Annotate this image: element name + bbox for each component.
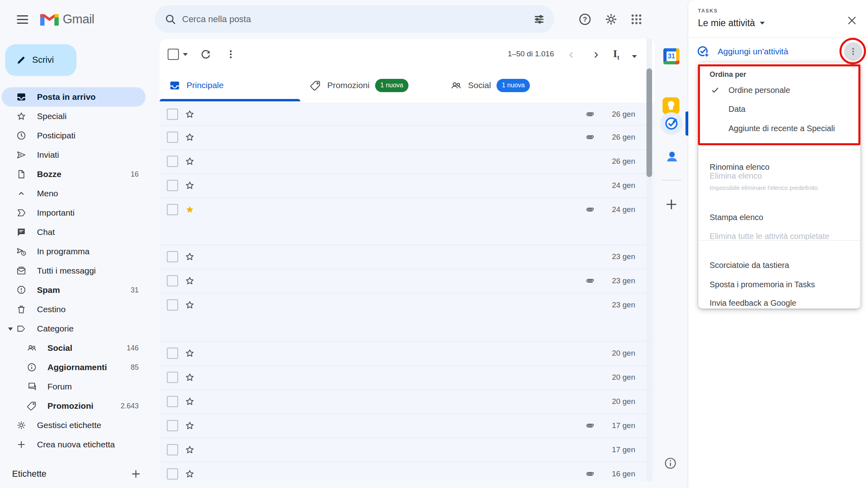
star-icon[interactable] xyxy=(185,109,195,119)
tab-social[interactable]: Social1 nuova xyxy=(441,69,582,101)
email-row[interactable]: 17 gen xyxy=(160,438,655,462)
email-row[interactable]: 23 gen xyxy=(160,245,655,269)
star-icon[interactable] xyxy=(185,180,195,191)
sidebar-item-inbox[interactable]: Posta in arrivo xyxy=(2,87,146,107)
email-row[interactable]: 24 gen xyxy=(160,174,655,198)
sidebar-item-starred[interactable]: Speciali xyxy=(2,107,146,126)
email-row[interactable]: 26 gen xyxy=(160,103,655,126)
star-icon[interactable] xyxy=(185,348,195,358)
email-row[interactable]: 26 gen xyxy=(160,150,655,174)
sidebar-item-categories[interactable]: Categorie xyxy=(2,319,146,338)
keep-icon[interactable] xyxy=(663,97,679,114)
contacts-icon[interactable] xyxy=(664,150,679,164)
select-dropdown-caret-icon[interactable] xyxy=(183,53,188,56)
star-icon[interactable] xyxy=(185,445,195,455)
sort-option-2[interactable]: Data xyxy=(698,99,860,119)
email-checkbox[interactable] xyxy=(167,180,178,191)
email-row[interactable]: 20 gen xyxy=(160,342,655,366)
task-list-selector[interactable]: Le mie attività xyxy=(698,18,765,29)
menu-item-footer-3[interactable]: Invia feedback a Google xyxy=(698,293,860,313)
star-filled-icon[interactable] xyxy=(185,204,195,215)
email-row[interactable]: 23 gen xyxy=(160,293,655,342)
sidebar-item-spam[interactable]: Spam31 xyxy=(2,280,146,300)
menu-item-footer-2[interactable]: Sposta i promemoria in Tasks xyxy=(698,275,860,294)
sidebar-item-important[interactable]: Importanti xyxy=(2,203,146,222)
star-icon[interactable] xyxy=(185,469,195,479)
sidebar-item-cat-social[interactable]: Social146 xyxy=(2,338,146,358)
sidebar-item-cat-promotions[interactable]: Promozioni2.643 xyxy=(2,396,146,416)
email-checkbox[interactable] xyxy=(167,156,178,167)
email-row[interactable]: 20 gen xyxy=(160,390,655,414)
menu-item-print-list[interactable]: Stampa elenco xyxy=(698,208,860,227)
close-panel-icon[interactable] xyxy=(846,14,859,27)
help-icon[interactable]: ? xyxy=(573,7,597,32)
apps-grid-icon[interactable] xyxy=(624,7,649,32)
email-checkbox[interactable] xyxy=(167,275,178,286)
calendar-icon[interactable]: 31 xyxy=(663,48,679,64)
email-checkbox[interactable] xyxy=(167,132,178,143)
email-row[interactable]: 17 gen xyxy=(160,414,655,438)
email-checkbox[interactable] xyxy=(167,204,178,215)
email-row[interactable]: 23 gen xyxy=(160,269,655,293)
main-menu-icon[interactable] xyxy=(14,13,31,26)
sidebar-item-manage-labels[interactable]: Gestisci etichette xyxy=(2,416,146,435)
email-row[interactable]: 26 gen xyxy=(160,126,655,150)
tune-icon[interactable] xyxy=(533,13,545,25)
create-label-plus-icon[interactable] xyxy=(130,468,142,480)
email-row[interactable]: 24 gen xyxy=(160,198,655,245)
sidebar-item-scheduled[interactable]: In programma xyxy=(2,242,146,261)
search-input[interactable]: Cerca nella posta xyxy=(182,14,533,25)
add-task-button[interactable]: Aggiungi un'attività xyxy=(697,45,788,58)
email-checkbox[interactable] xyxy=(167,251,178,262)
menu-item-footer-1[interactable]: Scorciatoie da tastiera xyxy=(698,255,860,275)
input-tools-button[interactable]: It xyxy=(613,48,619,61)
side-panel-info-icon[interactable] xyxy=(664,457,677,470)
email-checkbox[interactable] xyxy=(167,444,178,455)
email-checkbox[interactable] xyxy=(167,299,178,311)
email-row[interactable]: 16 gen xyxy=(160,462,655,481)
star-icon[interactable] xyxy=(185,276,195,286)
sidebar-item-less[interactable]: Meno xyxy=(2,184,146,203)
older-page-chevron-icon[interactable]: › xyxy=(594,46,598,62)
star-icon[interactable] xyxy=(185,420,195,431)
tasks-icon[interactable] xyxy=(665,117,678,130)
sidebar-item-trash[interactable]: Cestino xyxy=(2,300,146,319)
email-checkbox[interactable] xyxy=(167,420,178,431)
sort-option-3[interactable]: Aggiunte di recente a Speciali xyxy=(698,119,860,138)
tab-primary[interactable]: Principale xyxy=(160,69,300,101)
sidebar-item-create-label[interactable]: Crea nuova etichetta xyxy=(2,435,146,454)
collapse-caret-icon[interactable] xyxy=(8,327,13,331)
email-row[interactable]: 20 gen xyxy=(160,366,655,390)
email-checkbox[interactable] xyxy=(167,468,178,480)
select-all-checkbox[interactable] xyxy=(168,49,179,60)
input-tools-caret-icon[interactable] xyxy=(632,55,637,58)
sidebar-item-drafts[interactable]: Bozze16 xyxy=(2,165,146,184)
list-options-menu-icon[interactable] xyxy=(844,42,862,61)
star-icon[interactable] xyxy=(185,396,195,407)
more-options-icon[interactable] xyxy=(225,49,236,60)
search-bar[interactable]: Cerca nella posta xyxy=(155,5,554,33)
compose-button[interactable]: Scrivi xyxy=(5,44,76,76)
email-checkbox[interactable] xyxy=(167,396,178,407)
star-icon[interactable] xyxy=(185,251,195,262)
email-checkbox[interactable] xyxy=(167,348,178,359)
sidebar-item-all-mail[interactable]: Tutti i messaggi xyxy=(2,261,146,280)
search-icon[interactable] xyxy=(164,13,176,25)
refresh-icon[interactable] xyxy=(200,49,211,60)
sidebar-item-snoozed[interactable]: Posticipati xyxy=(2,126,146,145)
email-checkbox[interactable] xyxy=(167,372,178,383)
star-icon[interactable] xyxy=(185,300,195,310)
get-addons-plus-icon[interactable] xyxy=(664,197,679,212)
sidebar-item-cat-forums[interactable]: Forum xyxy=(2,377,146,396)
star-icon[interactable] xyxy=(185,372,195,383)
sidebar-item-chat[interactable]: Chat xyxy=(2,222,146,242)
star-icon[interactable] xyxy=(185,132,195,142)
sidebar-item-cat-updates[interactable]: Aggiornamenti85 xyxy=(2,358,146,377)
email-checkbox[interactable] xyxy=(167,109,178,120)
star-icon[interactable] xyxy=(185,156,195,167)
scrollbar-thumb[interactable] xyxy=(646,68,652,177)
sidebar-item-sent[interactable]: Inviati xyxy=(2,145,146,165)
tab-promotions[interactable]: Promozioni1 nuova xyxy=(300,69,441,101)
newer-page-chevron-icon[interactable]: ‹ xyxy=(569,46,573,62)
settings-gear-icon[interactable] xyxy=(599,7,624,32)
